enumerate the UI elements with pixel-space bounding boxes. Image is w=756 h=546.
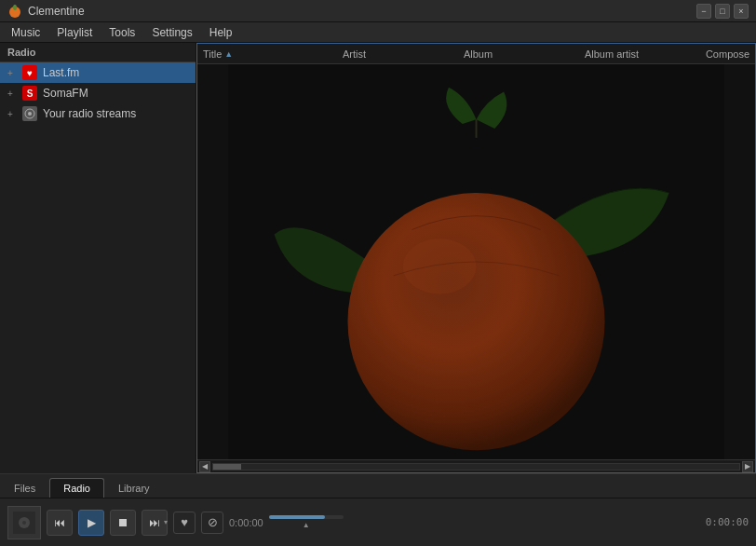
main-content: Radio + ♥ Last.fm + S SomaFM +	[0, 43, 756, 473]
radio-item-somafm[interactable]: + S SomaFM	[0, 83, 196, 103]
sort-arrow-icon: ▲	[224, 49, 233, 59]
svg-rect-11	[119, 519, 127, 526]
svg-point-7	[403, 239, 477, 293]
titlebar-controls: − □ ×	[696, 4, 749, 19]
tab-library[interactable]: Library	[104, 478, 164, 498]
scrollbar-track[interactable]	[212, 463, 740, 471]
play-button[interactable]: ▶	[78, 510, 104, 536]
radio-list: + ♥ Last.fm + S SomaFM + Your radio stre…	[0, 62, 196, 473]
artwork-area	[197, 64, 755, 459]
svg-point-3	[28, 112, 32, 116]
volume-slider[interactable]	[269, 515, 344, 519]
col-header-title[interactable]: Title ▲	[197, 48, 337, 60]
close-button[interactable]: ×	[734, 4, 749, 19]
svg-point-1	[13, 5, 17, 10]
love-button[interactable]: ♥	[173, 512, 196, 534]
next-dropdown-icon[interactable]: ▾	[164, 518, 168, 526]
menu-tools[interactable]: Tools	[101, 24, 142, 41]
scroll-left-button[interactable]: ◀	[199, 461, 210, 472]
volume-up-icon: ▲	[303, 521, 310, 529]
app-title: Clementine	[28, 5, 85, 18]
menubar: Music Playlist Tools Settings Help	[0, 22, 756, 43]
stop-icon	[117, 517, 128, 528]
somafm-icon: S	[22, 86, 37, 101]
lastfm-icon: ♥	[22, 65, 37, 80]
minimize-button[interactable]: −	[696, 4, 711, 19]
next-btn-group: ⏭ ▾	[142, 510, 168, 536]
thumbnail-icon	[13, 512, 35, 534]
somafm-label: SomaFM	[43, 87, 88, 100]
prev-btn-group: ⏮	[47, 510, 73, 536]
menu-help[interactable]: Help	[202, 24, 240, 41]
stop-button[interactable]	[110, 510, 136, 536]
scrollbar-thumb	[213, 464, 241, 470]
prev-button[interactable]: ⏮	[47, 510, 73, 536]
maximize-button[interactable]: □	[715, 4, 730, 19]
time-elapsed: 0:00:00	[229, 517, 263, 528]
titlebar-left: Clementine	[7, 4, 85, 19]
tab-radio[interactable]: Radio	[49, 478, 104, 498]
expand-icon-your-streams: +	[7, 109, 17, 119]
app-icon	[7, 4, 22, 19]
left-panel: Radio + ♥ Last.fm + S SomaFM +	[0, 43, 196, 473]
lastfm-label: Last.fm	[43, 66, 79, 79]
playlist-scrollbar: ◀ ▶	[197, 459, 755, 472]
titlebar: Clementine − □ ×	[0, 0, 756, 22]
radio-item-lastfm[interactable]: + ♥ Last.fm	[0, 62, 196, 83]
album-artwork	[197, 64, 755, 459]
radio-item-your-streams[interactable]: + Your radio streams	[0, 103, 196, 124]
ban-button[interactable]: ⊘	[201, 512, 223, 534]
volume-area: ▲	[269, 515, 344, 529]
menu-playlist[interactable]: Playlist	[49, 24, 100, 41]
col-header-album[interactable]: Album	[458, 48, 579, 60]
bottom-tabs: Files Radio Library	[0, 473, 756, 498]
your-streams-label: Your radio streams	[43, 107, 136, 120]
radio-section-label: Radio	[0, 43, 196, 62]
col-header-artist[interactable]: Artist	[337, 48, 458, 60]
right-panel: Title ▲ Artist Album Album artist Compos…	[196, 43, 756, 473]
expand-icon-somafm: +	[7, 89, 17, 99]
playlist-header: Title ▲ Artist Album Album artist Compos…	[197, 44, 755, 64]
album-thumbnail	[7, 506, 41, 539]
scroll-right-button[interactable]: ▶	[742, 461, 753, 472]
expand-icon-lastfm: +	[7, 68, 17, 78]
svg-point-6	[347, 193, 604, 450]
menu-settings[interactable]: Settings	[144, 24, 199, 41]
tab-files[interactable]: Files	[0, 478, 49, 498]
time-remaining: 0:00:00	[693, 516, 749, 528]
col-header-compose[interactable]: Compose	[700, 48, 755, 60]
col-header-album-artist[interactable]: Album artist	[579, 48, 700, 60]
your-streams-icon	[22, 106, 37, 121]
playback-controls: ⏮ ▶ ⏭ ▾ ♥ ⊘ 0:00:00 ▲ 0:00:00	[0, 498, 756, 546]
volume-fill	[269, 515, 325, 519]
menu-music[interactable]: Music	[4, 24, 47, 41]
svg-point-10	[22, 521, 26, 525]
